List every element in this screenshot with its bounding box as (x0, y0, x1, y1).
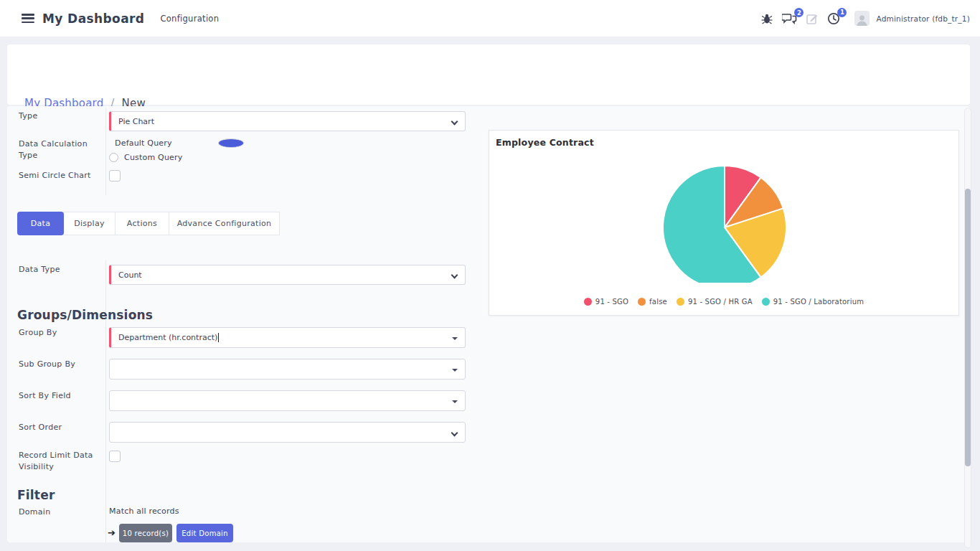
legend-item: 91 - SGO (584, 298, 628, 306)
sub-group-by-input[interactable] (109, 359, 466, 380)
arrow-right-icon: ➔ (108, 527, 116, 538)
text-cursor (218, 333, 219, 342)
chart-legend: 91 - SGO false 91 - SGO / HR GA 91 - SGO… (489, 298, 958, 306)
tab-display[interactable]: Display (63, 212, 116, 235)
edit-pencil-square-icon (806, 13, 818, 24)
semi-circle-chart-checkbox[interactable] (109, 170, 121, 182)
edit-domain-button[interactable]: Edit Domain (176, 524, 233, 542)
chevron-down-icon (451, 272, 458, 279)
activities-icon-button[interactable]: 1 (827, 12, 840, 25)
user-avatar[interactable] (854, 11, 870, 26)
user-menu[interactable]: Administrator (fdb_tr_1) (876, 14, 970, 23)
type-label: Type (19, 110, 37, 122)
bug-icon (761, 13, 773, 24)
data-type-label: Data Type (19, 264, 60, 276)
data-type-select[interactable]: Count (109, 265, 466, 285)
chart-preview-card: Employee Contract 91 - SGO false 91 - SG… (489, 130, 959, 316)
sub-group-by-label: Sub Group By (19, 359, 75, 370)
radio-custom-query[interactable]: Custom Query (109, 153, 182, 162)
label-field-divider (105, 260, 106, 542)
semi-circle-chart-label: Semi Circle Chart (19, 170, 91, 182)
records-count-button[interactable]: 10 record(s) (119, 524, 172, 542)
radio-unselected-icon (109, 153, 118, 162)
person-silhouette-icon (856, 14, 868, 26)
messages-icon-button[interactable]: 2 (782, 12, 797, 24)
chevron-down-icon (451, 118, 458, 126)
label-field-divider (105, 108, 106, 195)
legend-dot (762, 298, 770, 306)
dropdown-caret-icon (452, 337, 458, 340)
legend-item: 91 - SGO / Laboratorium (762, 298, 864, 306)
app-title: My Dashboard (42, 11, 144, 26)
filter-heading: Filter (17, 488, 55, 502)
dropdown-caret-icon (452, 400, 458, 403)
record-limit-label: Record Limit Data Visibility (19, 450, 106, 473)
data-calculation-type-label: Data Calculation Type (19, 138, 99, 161)
sort-by-field-label: Sort By Field (19, 390, 71, 402)
vertical-scrollbar-thumb[interactable] (965, 189, 971, 466)
debug-bug-icon[interactable] (761, 13, 773, 24)
dropdown-caret-icon (452, 369, 458, 372)
top-bar: My Dashboard Configuration 2 (0, 0, 980, 37)
breadcrumb-card: My Dashboard / New Save Discard (7, 44, 970, 105)
domain-summary: Match all records (109, 507, 179, 516)
chevron-down-icon (451, 430, 458, 437)
legend-item: false (638, 298, 667, 306)
compose-note-button[interactable] (806, 13, 818, 24)
tab-actions[interactable]: Actions (115, 212, 169, 235)
group-by-label: Group By (19, 327, 57, 339)
radio-default-query[interactable]: Default Query (109, 138, 172, 148)
menu-configuration[interactable]: Configuration (160, 14, 219, 24)
legend-item: 91 - SGO / HR GA (677, 298, 753, 306)
messages-count-badge: 2 (794, 8, 804, 17)
tab-advance-configuration[interactable]: Advance Configuration (169, 212, 280, 235)
sort-by-field-input[interactable] (109, 390, 466, 411)
group-by-input[interactable]: Department (hr.contract) (109, 327, 466, 348)
legend-dot (584, 298, 592, 306)
type-select[interactable]: Pie Chart (109, 111, 466, 131)
pie-chart-svg (489, 149, 960, 283)
legend-dot (677, 298, 684, 306)
domain-label: Domain (19, 507, 50, 518)
groups-dimensions-heading: Groups/Dimensions (17, 308, 153, 322)
form-tabs: Data Display Actions Advance Configurati… (17, 212, 280, 235)
hamburger-menu-icon[interactable] (22, 14, 34, 23)
sort-order-select[interactable] (109, 422, 466, 443)
record-limit-checkbox[interactable] (109, 451, 121, 462)
radio-selected-icon (218, 138, 244, 148)
legend-dot (638, 298, 646, 306)
activities-count-badge: 1 (837, 8, 847, 17)
tab-data[interactable]: Data (17, 212, 64, 235)
chart-title: Employee Contract (496, 137, 594, 148)
sort-order-label: Sort Order (19, 422, 62, 433)
